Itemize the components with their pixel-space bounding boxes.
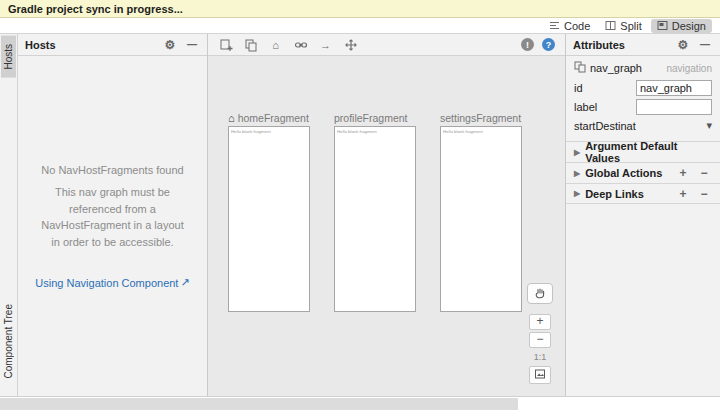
help-icon[interactable]: ?	[542, 38, 555, 51]
hosts-empty-title: No NavHostFragments found	[41, 164, 183, 176]
attributes-panel: Attributes ⚙ — nav_graph navigation id l…	[565, 34, 720, 396]
tab-split[interactable]: Split	[599, 19, 647, 33]
remove-deep-link-icon[interactable]: −	[696, 186, 712, 202]
pan-tool-button[interactable]	[527, 283, 553, 304]
tab-design-label: Design	[672, 20, 706, 32]
design-toolbar-right: ! ?	[521, 38, 555, 51]
gear-icon[interactable]: ⚙	[162, 37, 178, 53]
fragment-profile-label-row: profileFragment	[334, 112, 416, 124]
attribute-row-id: id	[566, 78, 720, 97]
design-toolbar: ⌂ → ! ?	[208, 34, 565, 56]
hosts-panel: Hosts ⚙ — No NavHostFragments found This…	[18, 34, 208, 396]
section-global-actions-label: Global Actions	[585, 167, 662, 179]
fragment-settings-name: settingsFragment	[440, 112, 521, 124]
label-field[interactable]	[636, 99, 712, 115]
external-link-icon: ↗	[180, 276, 189, 289]
editor-main: Hosts Component Tree Hosts ⚙ — No NavHos…	[0, 34, 720, 396]
gradle-sync-banner: Gradle project sync in progress...	[0, 0, 720, 18]
fragment-profile-preview-text: Hello blank fragment	[337, 129, 392, 133]
tab-design[interactable]: Design	[651, 19, 712, 33]
design-surface-panel: ⌂ → ! ? ⌂ homeFragment	[208, 34, 565, 396]
start-destination-dropdown[interactable]: ▾	[636, 118, 712, 134]
fragment-profile-card[interactable]: Hello blank fragment	[334, 126, 416, 312]
using-navigation-component-link-text: Using Navigation Component	[35, 277, 178, 289]
nav-graph-icon	[574, 61, 586, 75]
split-icon	[605, 20, 616, 31]
remove-global-action-icon[interactable]: −	[696, 165, 712, 181]
fragment-home: ⌂ homeFragment Hello blank fragment	[228, 112, 310, 396]
fragment-settings-preview-text: Hello blank fragment	[443, 129, 498, 133]
new-destination-icon[interactable]	[218, 37, 233, 52]
section-argument-default-values[interactable]: ▶ Argument Default Values	[566, 141, 720, 162]
design-icon	[657, 20, 668, 31]
fragment-home-name: homeFragment	[238, 112, 309, 124]
start-destination-home-icon: ⌂	[228, 112, 235, 124]
attribute-row-start-destination: startDestinati... ▾	[566, 116, 720, 135]
attribute-sections: ▶ Argument Default Values ▶ Global Actio…	[566, 141, 720, 204]
bottom-bar	[0, 396, 720, 419]
section-deep-links-label: Deep Links	[585, 188, 644, 200]
section-argument-default-values-label: Argument Default Values	[585, 140, 712, 164]
section-deep-links[interactable]: ▶ Deep Links + −	[566, 183, 720, 204]
gradle-sync-banner-text: Gradle project sync in progress...	[8, 3, 183, 15]
horizontal-scrollbar-track[interactable]	[0, 398, 518, 410]
fragment-home-label-row: ⌂ homeFragment	[228, 112, 310, 124]
selected-component-type: navigation	[666, 63, 712, 74]
fragment-home-preview-text: Hello blank fragment	[231, 129, 286, 133]
nav-graph-canvas[interactable]: ⌂ homeFragment Hello blank fragment prof…	[208, 56, 565, 396]
tool-window-tab-component-tree[interactable]: Component Tree	[1, 296, 16, 387]
tool-window-tab-hosts[interactable]: Hosts	[1, 36, 16, 78]
issues-info-icon[interactable]: !	[521, 38, 534, 51]
code-icon	[549, 20, 560, 31]
fragment-settings-card[interactable]: Hello blank fragment	[440, 126, 522, 312]
chevron-down-icon: ▾	[706, 119, 712, 132]
gear-icon[interactable]: ⚙	[675, 37, 691, 53]
hand-pan-icon	[534, 287, 546, 301]
tab-code-label: Code	[564, 20, 590, 32]
hide-panel-icon[interactable]: —	[697, 37, 713, 53]
action-link-icon[interactable]	[293, 37, 308, 52]
zoom-to-fit-icon	[534, 368, 546, 382]
hosts-panel-header: Hosts ⚙ —	[18, 34, 207, 56]
selected-component-name: nav_graph	[590, 62, 642, 74]
add-action-arrow-icon[interactable]: →	[318, 37, 333, 52]
hide-panel-icon[interactable]: —	[184, 37, 200, 53]
zoom-to-fit-button[interactable]	[529, 366, 551, 384]
duplicate-destination-icon[interactable]	[243, 37, 258, 52]
zoom-ratio-button[interactable]: 1:1	[529, 350, 551, 364]
fragment-home-card[interactable]: Hello blank fragment	[228, 126, 310, 312]
auto-arrange-icon[interactable]	[343, 37, 358, 52]
hosts-empty-body: This nav graph must be referenced from a…	[37, 184, 189, 250]
attributes-panel-header: Attributes ⚙ —	[566, 34, 720, 56]
using-navigation-component-link[interactable]: Using Navigation Component ↗	[35, 276, 189, 289]
fragment-settings: settingsFragment Hello blank fragment	[440, 112, 522, 396]
attribute-label-start-destination: startDestinati...	[574, 120, 636, 132]
add-deep-link-icon[interactable]: +	[675, 186, 691, 202]
add-global-action-icon[interactable]: +	[675, 165, 691, 181]
attribute-label-label: label	[574, 101, 636, 113]
disclosure-triangle-icon: ▶	[574, 189, 580, 198]
hosts-empty-state: No NavHostFragments found This nav graph…	[18, 56, 207, 396]
selected-component-row: nav_graph navigation	[566, 56, 720, 78]
hosts-panel-title: Hosts	[25, 39, 56, 51]
attribute-label-id: id	[574, 82, 636, 94]
tab-code[interactable]: Code	[543, 19, 596, 33]
horizontal-scrollbar-thumb[interactable]	[0, 398, 518, 410]
android-studio-nav-editor: Gradle project sync in progress... Code …	[0, 0, 720, 420]
zoom-controls: + − 1:1	[529, 314, 551, 384]
fragment-profile-name: profileFragment	[334, 112, 408, 124]
left-tool-strip: Hosts Component Tree	[0, 34, 18, 396]
assign-start-destination-icon[interactable]: ⌂	[268, 37, 283, 52]
attributes-panel-title: Attributes	[573, 39, 625, 51]
disclosure-triangle-icon: ▶	[574, 148, 580, 157]
zoom-out-button[interactable]: −	[529, 332, 551, 348]
fragment-profile: profileFragment Hello blank fragment	[334, 112, 416, 396]
section-global-actions[interactable]: ▶ Global Actions + −	[566, 162, 720, 183]
id-field[interactable]	[636, 80, 712, 96]
tab-split-label: Split	[620, 20, 641, 32]
attribute-row-label: label	[566, 97, 720, 116]
zoom-in-button[interactable]: +	[529, 314, 551, 330]
fragment-settings-label-row: settingsFragment	[440, 112, 522, 124]
disclosure-triangle-icon: ▶	[574, 169, 580, 178]
editor-mode-switcher: Code Split Design	[0, 18, 720, 34]
